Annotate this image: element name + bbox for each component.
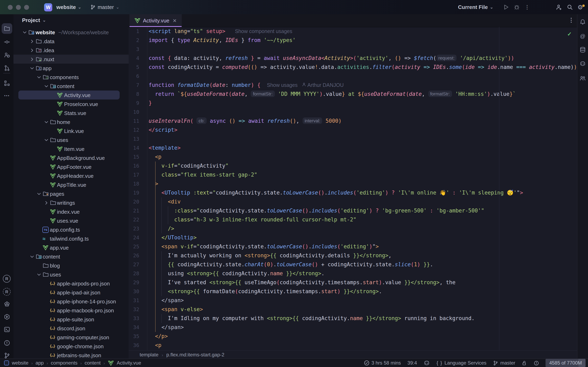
tree-item-app-config-ts[interactable]: TSapp.config.ts (13, 225, 129, 234)
code-line[interactable]: 11useIntervalFn( cb: async () => await r… (129, 117, 577, 125)
tree-item-apple-macbook-pro-json[interactable]: {…}apple-macbook-pro.json (13, 306, 129, 315)
line-number[interactable]: 21 (129, 206, 139, 215)
code-line[interactable]: 30 <strong>{{ formatDate(codingActivity.… (129, 287, 577, 296)
run-hexagon-icon[interactable] (0, 311, 13, 323)
tree-item--data[interactable]: .data (13, 37, 129, 46)
line-number[interactable]: 2 (129, 36, 139, 45)
problems-icon[interactable] (534, 360, 539, 366)
code-line[interactable]: 25 <span v-if="codingActivity.state.toLo… (129, 242, 577, 251)
line-number[interactable]: 24 (129, 233, 139, 242)
problems-icon[interactable] (0, 337, 13, 349)
project-widget[interactable]: website ⌄ (56, 4, 81, 10)
tree-item-content[interactable]: ▤content (13, 252, 129, 261)
debug-icon[interactable] (511, 4, 522, 10)
code-editor[interactable]: 1<script lang="ts" setup> Show component… (129, 27, 577, 351)
line-number[interactable]: 14 (129, 143, 139, 152)
code-line[interactable]: 29 I've started <strong>{{ useTimeAgo(co… (129, 278, 577, 287)
line-number[interactable]: 31 (129, 296, 139, 305)
tree-item-jetbrains-suite-json[interactable]: {…}jetbrains-suite.json (13, 351, 129, 359)
code-line[interactable]: 20 <div (129, 197, 577, 206)
line-number[interactable]: 3 (129, 45, 139, 54)
pull-requests-icon[interactable] (0, 62, 13, 74)
tree-item-item-vue[interactable]: Item.vue (13, 144, 129, 153)
chevron-down-icon[interactable] (35, 75, 43, 79)
line-number[interactable]: 12 (129, 125, 139, 134)
line-number[interactable]: 36 (129, 341, 139, 350)
code-line[interactable]: 14<template> (129, 143, 577, 152)
breadcrumb-item[interactable]: p.flex.md:items-start.gap-2 (166, 352, 224, 358)
breadcrumb-item[interactable]: template (140, 352, 158, 358)
code-line[interactable]: 19 <UTooltip :text="codingActivity.state… (129, 188, 577, 197)
code-line[interactable]: 24 </UTooltip> (129, 233, 577, 242)
line-number[interactable]: 34 (129, 323, 139, 332)
code-line[interactable]: 3 (129, 45, 577, 54)
line-number[interactable]: 32 (129, 305, 139, 314)
code-vision-hint[interactable]: Arthur DANJOU (307, 82, 344, 88)
code-line[interactable]: 23 /> (129, 224, 577, 233)
line-number[interactable]: 19 (129, 188, 139, 197)
status-path-segment[interactable]: components (51, 360, 78, 366)
chevron-down-icon[interactable] (43, 138, 50, 142)
tree-item-appheader-vue[interactable]: AppHeader.vue (13, 171, 129, 180)
code-line[interactable]: 15 <p (129, 152, 577, 161)
more-icon[interactable]: ⋮ (522, 4, 532, 10)
tree-item-apple-ipad-air-json[interactable]: {…}apple-ipad-air.json (13, 288, 129, 297)
status-path-segment[interactable]: content (85, 360, 101, 366)
vcs-widget[interactable]: master ⌄ (90, 4, 119, 10)
line-number[interactable]: 5 (129, 63, 139, 72)
code-vision-hint[interactable]: Show component usages (235, 29, 292, 34)
resharper-icon[interactable]: R (0, 273, 13, 284)
code-line[interactable]: 34 </span> (129, 323, 577, 332)
tree-item-app[interactable]: Aapp (13, 64, 129, 73)
chevron-down-icon[interactable] (35, 272, 43, 277)
chevron-down-icon[interactable] (43, 84, 50, 88)
notifications-icon[interactable] (577, 17, 588, 27)
code-line[interactable]: 4const { data: activity, refresh } = awa… (129, 54, 577, 63)
tree-item-discord-json[interactable]: {…}discord.json (13, 324, 129, 333)
tab-options-icon[interactable]: ⋮ (568, 17, 574, 23)
code-line[interactable]: 33 I'm Idling on my computer with <stron… (129, 314, 577, 323)
line-number[interactable]: 23 (129, 224, 139, 233)
line-number[interactable]: 17 (129, 170, 139, 179)
code-line[interactable]: 6 (129, 72, 577, 81)
code-line[interactable]: 32 <span v-else> (129, 305, 577, 314)
structure-icon[interactable] (0, 77, 13, 89)
tree-item-link-vue[interactable]: Link.vue (13, 126, 129, 135)
line-number[interactable]: 4 (129, 54, 139, 63)
code-line[interactable]: 5const codingActivity = computed(() => a… (129, 63, 577, 72)
chevron-down-icon[interactable] (35, 192, 43, 196)
tree-item-tailwind-config-ts[interactable]: ≈tailwind.config.ts (13, 234, 129, 243)
line-number[interactable]: 7 (129, 81, 139, 90)
tree-item-blog[interactable]: blog (13, 261, 129, 270)
code-line[interactable]: 9} (129, 99, 577, 108)
line-number[interactable]: 35 (129, 332, 139, 341)
status-path-segment[interactable]: Activity.vue (117, 360, 141, 366)
memory-indicator[interactable]: 4585 of 7700M (545, 359, 586, 367)
lock-icon[interactable] (522, 360, 527, 366)
chevron-down-icon[interactable] (28, 254, 35, 259)
tree-item--nuxt[interactable]: ▲.nuxt (13, 55, 129, 64)
settings-icon[interactable]: ⚙ (575, 3, 586, 11)
commit-icon[interactable] (0, 36, 13, 48)
code-line[interactable]: 22 class="h-3 w-3 inline-flex rounded-fu… (129, 215, 577, 224)
close-icon[interactable]: ✕ (173, 18, 177, 24)
run-configuration-selector[interactable]: Current File⌄ (458, 4, 493, 10)
chevron-down-icon[interactable] (43, 120, 50, 124)
database-icon[interactable] (577, 44, 588, 55)
window-minimize-button[interactable] (16, 5, 21, 9)
tree-item-uses[interactable]: uses (13, 135, 129, 144)
tree-item-website[interactable]: ⊕website~/Workspace/website (13, 28, 129, 37)
add-user-icon[interactable] (554, 4, 564, 10)
status-breadcrumb[interactable]: website›app›components›content›Activity.… (4, 360, 141, 366)
code-line[interactable]: 26 I'm actually working on <strong>{{ co… (129, 251, 577, 260)
window-zoom-button[interactable] (24, 5, 29, 9)
line-number[interactable]: 9 (129, 99, 139, 108)
chevron-right-icon[interactable] (28, 39, 35, 43)
code-line[interactable]: 31 </span> (129, 296, 577, 305)
line-number[interactable]: 26 (129, 251, 139, 260)
more-icon[interactable]: ⋯ (0, 90, 13, 101)
tree-item-proseicon-vue[interactable]: ProseIcon.vue (13, 100, 129, 108)
tree-item-appbackground-vue[interactable]: AppBackground.vue (13, 153, 129, 162)
time-tracker-widget[interactable]: 3 hrs 58 mins (364, 360, 401, 366)
tree-item-pages[interactable]: ▼pages (13, 189, 129, 198)
